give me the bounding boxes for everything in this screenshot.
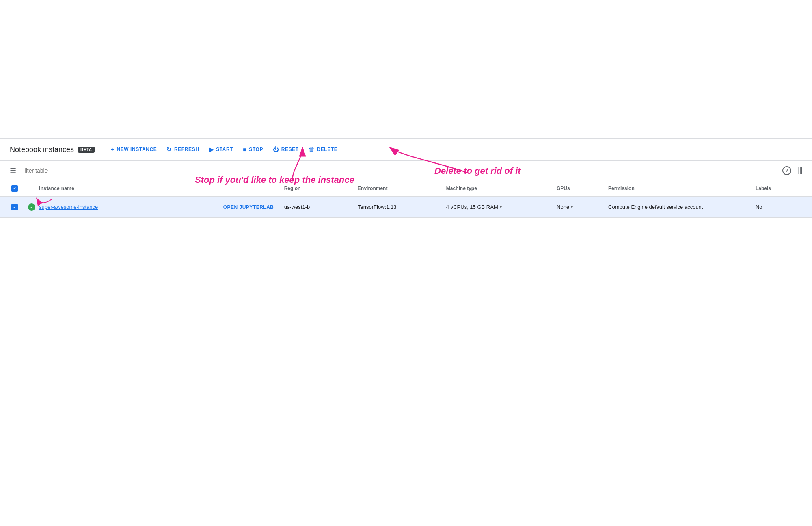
filter-right: ? ||| <box>782 166 802 175</box>
machine-type-dropdown-icon[interactable]: ▾ <box>500 205 502 209</box>
row-labels: No <box>756 204 807 210</box>
th-labels: Labels <box>756 186 807 191</box>
toolbar: Notebook instances BETA + NEW INSTANCE ↻… <box>0 138 812 161</box>
reset-button[interactable]: ⏻ RESET <box>268 138 304 161</box>
refresh-button[interactable]: ↻ REFRESH <box>162 138 204 161</box>
refresh-label: REFRESH <box>174 147 199 152</box>
th-instance-name: Instance name <box>39 186 223 191</box>
beta-badge: BETA <box>78 147 94 153</box>
th-permission: Permission <box>608 186 756 191</box>
row-gpus: None ▾ <box>557 204 608 210</box>
th-machine-type: Machine type <box>446 186 557 191</box>
filter-bar: ☰ ? ||| <box>0 161 812 180</box>
top-spacer <box>0 0 812 138</box>
table: ✓ Instance name Region Environment Machi… <box>0 180 812 218</box>
checkmark-icon: ✓ <box>13 186 17 191</box>
row-machine-type-text: 4 vCPUs, 15 GB RAM <box>446 204 498 210</box>
table-header: ✓ Instance name Region Environment Machi… <box>0 180 812 197</box>
th-gpus: GPUs <box>557 186 608 191</box>
row-status-cell: ✓ <box>24 203 39 211</box>
filter-icon: ☰ <box>10 166 16 175</box>
delete-label: DELETE <box>317 147 337 152</box>
stop-icon: ■ <box>243 146 246 153</box>
refresh-icon: ↻ <box>166 146 172 153</box>
row-checkmark-icon: ✓ <box>13 204 17 210</box>
columns-icon[interactable]: ||| <box>798 166 802 175</box>
status-running-icon: ✓ <box>28 203 35 211</box>
play-icon: ▶ <box>209 146 214 153</box>
delete-button[interactable]: 🗑 DELETE <box>304 138 343 161</box>
th-environment: Environment <box>358 186 446 191</box>
page-wrapper: Notebook instances BETA + NEW INSTANCE ↻… <box>0 0 812 526</box>
th-region: Region <box>284 186 358 191</box>
row-checkbox[interactable]: ✓ <box>11 204 18 210</box>
plus-icon: + <box>111 146 114 153</box>
stop-button[interactable]: ■ STOP <box>238 138 268 161</box>
header-checkbox[interactable]: ✓ <box>11 185 18 192</box>
stop-label: STOP <box>249 147 263 152</box>
new-instance-button[interactable]: + NEW INSTANCE <box>106 138 162 161</box>
delete-icon: 🗑 <box>309 146 315 153</box>
row-permission: Compute Engine default service account <box>608 204 756 210</box>
row-open-jupyterlab[interactable]: OPEN JUPYTERLAB <box>223 204 284 210</box>
help-icon[interactable]: ? <box>782 166 791 175</box>
page-title: Notebook instances BETA <box>10 145 95 154</box>
row-gpus-text: None <box>557 204 569 210</box>
row-region: us-west1-b <box>284 204 358 210</box>
row-instance-name[interactable]: super-awesome-instance <box>39 204 223 210</box>
table-row: ✓ ✓ super-awesome-instance OPEN JUPYTERL… <box>0 197 812 218</box>
filter-input[interactable] <box>21 167 777 174</box>
gpus-dropdown-icon[interactable]: ▾ <box>571 205 573 209</box>
page-title-text: Notebook instances <box>10 145 74 154</box>
reset-label: RESET <box>281 147 299 152</box>
start-label: START <box>216 147 233 152</box>
row-environment: TensorFlow:1.13 <box>358 204 446 210</box>
reset-icon: ⏻ <box>273 146 279 153</box>
row-checkbox-cell: ✓ <box>5 204 24 210</box>
th-checkbox: ✓ <box>5 185 24 192</box>
row-machine-type: 4 vCPUs, 15 GB RAM ▾ <box>446 204 557 210</box>
start-button[interactable]: ▶ START <box>204 138 238 161</box>
new-instance-label: NEW INSTANCE <box>117 147 157 152</box>
